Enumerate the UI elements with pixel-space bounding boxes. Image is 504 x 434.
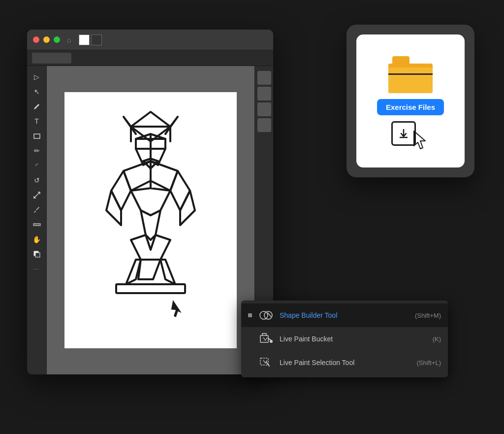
shape-builder-tool-item[interactable]: Shape Builder Tool (Shift+M) — [241, 303, 448, 327]
svg-marker-29 — [171, 299, 183, 318]
close-button[interactable] — [33, 36, 39, 43]
black-swatch[interactable] — [91, 34, 102, 45]
eyedropper-tool[interactable] — [30, 203, 44, 217]
svg-marker-23 — [180, 191, 195, 225]
home-icon: ⌂ — [67, 36, 71, 44]
folder-line — [388, 73, 433, 75]
live-paint-bucket-icon — [258, 332, 273, 346]
hand-tool[interactable]: ✋ — [30, 233, 44, 246]
live-paint-selection-shortcut: (Shift+L) — [417, 359, 441, 367]
artboard: .owl-line { stroke: #1a1a1a; stroke-widt… — [64, 92, 237, 348]
fill-stroke[interactable] — [30, 247, 44, 261]
selection-tool[interactable]: ▷ — [30, 70, 44, 84]
live-paint-icon-box — [258, 331, 274, 347]
exercise-card-inner: Exercise Files — [356, 34, 465, 167]
svg-marker-27 — [160, 260, 175, 284]
measure-tool[interactable] — [30, 218, 44, 232]
svg-marker-7 — [131, 112, 170, 127]
folder-icon — [388, 56, 433, 93]
scale-tool[interactable] — [30, 188, 44, 202]
title-bar: ⌂ — [27, 30, 273, 50]
live-paint-bucket-item[interactable]: Live Paint Bucket (K) — [241, 327, 448, 351]
text-tool[interactable]: T — [30, 114, 44, 128]
document-tab[interactable] — [32, 53, 71, 64]
pencil-tool[interactable]: ✏ — [30, 144, 44, 158]
panel-btn-3[interactable] — [257, 102, 271, 116]
owl-artwork: .owl-line { stroke: #1a1a1a; stroke-widt… — [82, 107, 220, 334]
panel-btn-1[interactable] — [257, 71, 271, 85]
live-paint-bucket-label: Live Paint Bucket — [280, 335, 427, 343]
panel-btn-2[interactable] — [257, 87, 271, 100]
color-swatches — [79, 34, 102, 45]
rectangle-tool[interactable] — [30, 129, 44, 143]
shape-builder-label: Shape Builder Tool — [280, 311, 409, 319]
pen-tool[interactable] — [30, 100, 44, 113]
svg-marker-21 — [106, 191, 121, 225]
live-paint-selection-item[interactable]: Live Paint Selection Tool (Shift+L) — [241, 351, 448, 374]
maximize-button[interactable] — [54, 36, 60, 43]
live-paint-selection-icon — [258, 355, 273, 370]
svg-marker-11 — [136, 134, 151, 149]
more-tools[interactable]: ··· — [30, 262, 44, 276]
minimize-button[interactable] — [43, 36, 50, 43]
left-toolbar: ▷ ↖ T ✏ ◜ ↺ ✋ ··· — [27, 66, 47, 374]
live-paint-selection-icon-box — [258, 355, 274, 370]
exercise-files-card: Exercise Files — [346, 25, 474, 177]
canvas-area: .owl-line { stroke: #1a1a1a; stroke-widt… — [47, 66, 254, 374]
white-swatch[interactable] — [79, 34, 90, 45]
svg-rect-6 — [35, 253, 40, 257]
svg-marker-20 — [111, 171, 131, 210]
shape-builder-icon-box — [258, 307, 274, 323]
live-paint-selection-label: Live Paint Selection Tool — [280, 359, 411, 367]
svg-marker-22 — [170, 171, 190, 210]
shape-builder-icon — [258, 308, 273, 323]
panel-btn-4[interactable] — [257, 118, 271, 132]
live-paint-bucket-shortcut: (K) — [433, 335, 441, 343]
menu-bar — [27, 50, 273, 66]
svg-rect-28 — [116, 284, 185, 293]
arc-tool[interactable]: ◜ — [30, 159, 44, 172]
svg-marker-12 — [151, 134, 165, 149]
folder-front — [388, 67, 433, 93]
svg-point-35 — [260, 311, 268, 319]
active-indicator — [248, 313, 252, 317]
svg-rect-0 — [34, 134, 40, 138]
illustrator-window: ⌂ ▷ ↖ T ✏ ◜ ↺ — [27, 30, 273, 374]
direct-selection-tool[interactable]: ↖ — [30, 85, 44, 99]
ai-content: ▷ ↖ T ✏ ◜ ↺ ✋ ··· — [27, 66, 273, 374]
tool-context-menu: Shape Builder Tool (Shift+M) Live Paint … — [241, 300, 448, 377]
exercise-files-badge[interactable]: Exercise Files — [377, 99, 444, 115]
shape-builder-shortcut: (Shift+M) — [415, 312, 441, 319]
svg-point-38 — [270, 340, 273, 343]
download-icon — [391, 121, 416, 146]
svg-point-36 — [264, 311, 272, 319]
rotate-tool[interactable]: ↺ — [30, 173, 44, 187]
svg-marker-26 — [138, 260, 160, 279]
